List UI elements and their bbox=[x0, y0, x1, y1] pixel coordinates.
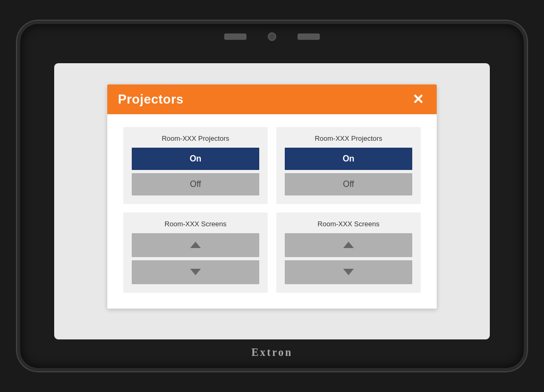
right-indicator bbox=[298, 33, 320, 40]
down-arrow-icon-2 bbox=[343, 267, 354, 278]
camera bbox=[268, 32, 276, 41]
projectors-1-on-button[interactable]: On bbox=[132, 148, 259, 170]
up-arrow-icon-2 bbox=[343, 240, 354, 251]
device-frame: Projectors ✕ Room-XXX Projectors On Off … bbox=[17, 21, 527, 371]
top-bar bbox=[198, 32, 346, 41]
dialog-body: Room-XXX Projectors On Off Room-XXX Proj… bbox=[107, 114, 437, 309]
screens-2-down-button[interactable] bbox=[285, 260, 412, 284]
dialog-header: Projectors ✕ bbox=[107, 84, 437, 114]
left-indicator bbox=[224, 33, 246, 40]
screens-1-label: Room-XXX Screens bbox=[132, 220, 259, 228]
projectors-card-1: Room-XXX Projectors On Off bbox=[123, 127, 268, 204]
projectors-1-off-button[interactable]: Off bbox=[132, 173, 259, 195]
screens-card-2: Room-XXX Screens bbox=[276, 212, 421, 293]
projectors-1-label: Room-XXX Projectors bbox=[132, 134, 259, 142]
projectors-card-2: Room-XXX Projectors On Off bbox=[276, 127, 421, 204]
projectors-2-on-button[interactable]: On bbox=[285, 148, 412, 170]
screens-2-up-button[interactable] bbox=[285, 233, 412, 257]
down-arrow-icon bbox=[190, 267, 201, 278]
screens-2-label: Room-XXX Screens bbox=[285, 220, 412, 228]
close-button[interactable]: ✕ bbox=[410, 92, 426, 106]
projectors-2-off-button[interactable]: Off bbox=[285, 173, 412, 195]
brand-label: Extron bbox=[251, 346, 293, 359]
screen: Projectors ✕ Room-XXX Projectors On Off … bbox=[54, 63, 490, 339]
screens-1-down-button[interactable] bbox=[132, 260, 259, 284]
dialog-title: Projectors bbox=[118, 92, 184, 107]
projectors-2-label: Room-XXX Projectors bbox=[285, 134, 412, 142]
dialog: Projectors ✕ Room-XXX Projectors On Off … bbox=[107, 84, 437, 309]
up-arrow-icon bbox=[190, 240, 201, 251]
screens-card-1: Room-XXX Screens bbox=[123, 212, 268, 293]
screens-1-up-button[interactable] bbox=[132, 233, 259, 257]
